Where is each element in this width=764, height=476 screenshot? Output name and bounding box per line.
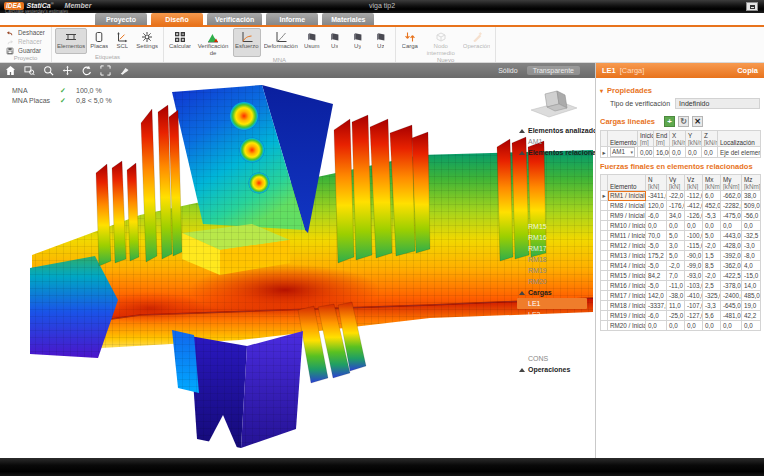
value-cell[interactable]: -443,0 <box>721 231 742 241</box>
table-row[interactable]: RM19 / Inicial-6,0-25,0-127,05,6-481,042… <box>601 311 761 321</box>
row-selector[interactable]: ▸ <box>601 191 608 201</box>
value-cell[interactable]: -392,0 <box>721 251 742 261</box>
value-cell[interactable]: 11,0 <box>667 301 685 311</box>
value-cell[interactable]: -2,0 <box>667 261 685 271</box>
model-canvas[interactable]: MNA ✓ 100,0 % MNA Placas ✓ 0,8 < 5,0 % <box>0 78 595 458</box>
tree-item-le5[interactable]: LE5 <box>517 342 595 353</box>
row-selector[interactable] <box>601 301 608 311</box>
value-cell[interactable]: -2400,0 <box>721 291 742 301</box>
value-cell[interactable]: -3411,0 <box>646 191 667 201</box>
value-cell[interactable]: 0,0 <box>703 221 721 231</box>
settings-button[interactable]: Settings <box>134 28 160 54</box>
tree-item-le4[interactable]: LE4 <box>517 331 595 342</box>
deshacer-button[interactable]: Deshacer <box>3 28 48 37</box>
row-selector[interactable] <box>601 231 608 241</box>
value-cell[interactable]: 84,2 <box>646 271 667 281</box>
tree-item-rm15[interactable]: RM15 <box>517 221 595 232</box>
tab-informe[interactable]: Informe <box>266 13 318 25</box>
value-cell[interactable]: 14,0 <box>742 281 761 291</box>
uy-button[interactable]: Uy <box>347 28 369 57</box>
value-cell[interactable]: 0,0 <box>702 147 718 158</box>
value-cell[interactable]: 38,0 <box>742 191 761 201</box>
tree-item-rm17[interactable]: RM17 <box>517 243 595 254</box>
value-cell[interactable]: 2,5 <box>703 281 721 291</box>
element-cell[interactable]: AM1▾ <box>608 147 638 158</box>
forces-table[interactable]: ElementoN[kN]Vy[kN]Vz[kN]Mx[kNm]My[kNm]M… <box>600 174 761 331</box>
value-cell[interactable]: -362,0 <box>721 261 742 271</box>
row-selector[interactable] <box>601 261 608 271</box>
element-dropdown[interactable]: AM1▾ <box>610 147 635 157</box>
row-selector[interactable] <box>601 211 608 221</box>
uz-button[interactable]: Uz <box>370 28 392 57</box>
guardar-button[interactable]: Guardar <box>3 46 48 55</box>
value-cell[interactable]: -176,0 <box>667 201 685 211</box>
pan-icon[interactable] <box>62 65 73 76</box>
value-cell[interactable]: 0,0 <box>667 321 685 331</box>
row-selector[interactable] <box>601 281 608 291</box>
value-cell[interactable]: 1,5 <box>703 251 721 261</box>
value-cell[interactable]: 0,0 <box>703 321 721 331</box>
restore-window-button[interactable] <box>746 2 758 11</box>
value-cell[interactable]: -8,0 <box>742 251 761 261</box>
table-row[interactable]: RM8 / Inicial120,0-176,0-412,0452,0-2282… <box>601 201 761 211</box>
value-cell[interactable]: 0,0 <box>667 221 685 231</box>
paint-icon[interactable] <box>119 65 130 76</box>
tree-item-le2[interactable]: LE2 <box>517 309 595 320</box>
row-selector[interactable]: ▸ <box>601 147 608 158</box>
value-cell[interactable]: 0,0 <box>685 221 703 231</box>
value-cell[interactable]: 142,0 <box>646 291 667 301</box>
verification-type-input[interactable]: Indefinido <box>675 98 760 109</box>
row-selector[interactable] <box>601 221 608 231</box>
table-row[interactable]: ▸AM1▾0,0016,000,00,00,0Eje del elemento <box>601 147 761 158</box>
del-row-button[interactable]: ✕ <box>692 116 703 127</box>
value-cell[interactable]: 5,0 <box>703 231 721 241</box>
table-row[interactable]: RM15 / Inicial84,27,0-93,0-2,0-422,5-15,… <box>601 271 761 281</box>
tree-item-elementos-relacionados[interactable]: Elementos relacionados <box>517 147 595 158</box>
value-cell[interactable]: 0,0 <box>721 321 742 331</box>
value-cell[interactable]: -127,0 <box>685 311 703 321</box>
tree-item-operaciones[interactable]: Operaciones <box>517 364 595 375</box>
value-cell[interactable]: -93,0 <box>685 271 703 281</box>
value-cell[interactable]: 175,2 <box>646 251 667 261</box>
value-cell[interactable]: -38,0 <box>667 291 685 301</box>
carga-button[interactable]: Carga <box>399 28 421 57</box>
row-selector[interactable] <box>601 271 608 281</box>
value-cell[interactable]: 0,0 <box>742 321 761 331</box>
tree-item-am1[interactable]: AM1 <box>517 136 595 147</box>
value-cell[interactable]: -5,0 <box>646 281 667 291</box>
ux-button[interactable]: Ux <box>324 28 346 57</box>
tree-item-rm18[interactable]: RM18 <box>517 254 595 265</box>
value-cell[interactable]: Eje del elemento <box>718 147 761 158</box>
value-cell[interactable]: -422,5 <box>721 271 742 281</box>
table-row[interactable]: RM20 / Inicial0,00,00,00,00,00,0 <box>601 321 761 331</box>
usum-button[interactable]: Usum <box>301 28 323 57</box>
table-row[interactable]: RM14 / Inicial-5,0-2,0-99,08,5-362,04,0 <box>601 261 761 271</box>
table-row[interactable]: RM10 / Inicial0,00,00,00,00,00,0 <box>601 221 761 231</box>
value-cell[interactable]: -2,0 <box>703 241 721 251</box>
value-cell[interactable]: -475,0 <box>721 211 742 221</box>
row-selector[interactable] <box>601 311 608 321</box>
tab-materiales[interactable]: Materiales <box>322 13 374 25</box>
copy-button[interactable]: Copia <box>737 66 758 75</box>
value-cell[interactable]: 0,0 <box>646 321 667 331</box>
value-cell[interactable]: -107,0 <box>685 301 703 311</box>
row-selector[interactable] <box>601 201 608 211</box>
elementos-button[interactable]: Elementos <box>55 28 87 54</box>
value-cell[interactable]: -90,0 <box>685 251 703 261</box>
value-cell[interactable]: 70,0 <box>646 231 667 241</box>
tree-item-le3[interactable]: LE3 <box>517 320 595 331</box>
table-row[interactable]: RM13 / Inicial175,25,0-90,01,5-392,0-8,0 <box>601 251 761 261</box>
table-row[interactable]: RM16 / Inicial-5,0-11,0-103,02,5-378,014… <box>601 281 761 291</box>
value-cell[interactable]: 485,0 <box>742 291 761 301</box>
value-cell[interactable]: 0,0 <box>670 147 686 158</box>
value-cell[interactable]: 509,0 <box>742 201 761 211</box>
element-cell[interactable]: RM17 / Inicial <box>608 291 646 301</box>
value-cell[interactable]: 7,0 <box>667 271 685 281</box>
tree-item-rm19[interactable]: RM19 <box>517 265 595 276</box>
value-cell[interactable]: -481,0 <box>721 311 742 321</box>
value-cell[interactable]: -645,0 <box>721 301 742 311</box>
value-cell[interactable]: 0,0 <box>646 221 667 231</box>
value-cell[interactable]: -6,0 <box>646 311 667 321</box>
table-row[interactable]: ▸RM1 / Inicial-3411,0-22,0-112,06,0-662,… <box>601 191 761 201</box>
verificaci-n-de-deformaci-n-button[interactable]: Verificación de deformación <box>194 28 232 57</box>
